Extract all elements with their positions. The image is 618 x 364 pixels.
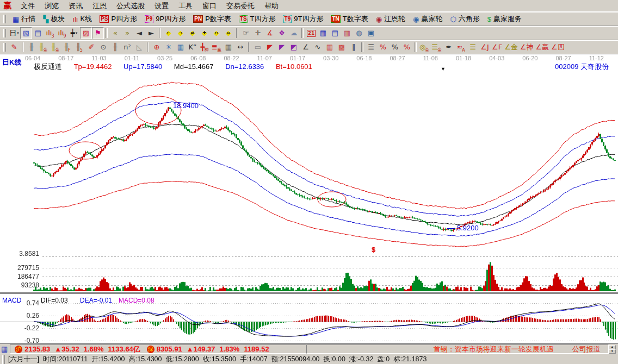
spiral-grid-button[interactable]: ╫5 [73,41,85,53]
percent-line-button[interactable]: % [401,41,413,53]
web-data-button[interactable]: ◍ [353,27,365,39]
volume-3-button[interactable]: ılı3 [44,27,56,39]
menu-tools[interactable]: 工具 [174,1,197,11]
trend-region-button[interactable]: ▧ [20,27,32,39]
menu-news[interactable]: 资讯 [64,1,88,11]
menu-help[interactable]: 帮助 [259,1,283,11]
compress-button[interactable]: ◆⇄ [187,27,199,39]
volume-9-button[interactable]: ılı9 [56,27,68,39]
red-boxgrid-button[interactable]: ▩ [336,41,348,53]
wave-tool-button[interactable]: ∿ [312,41,324,53]
zoom-left-button[interactable]: ◆← [163,27,175,39]
angle-gold-button[interactable]: ∠金 [503,41,519,53]
crosshair-button[interactable]: ✛ [252,27,264,39]
p-square-button[interactable]: PSP四方形 [96,13,140,25]
winner-wheel-button[interactable]: ◉赢家轮 [410,13,446,25]
toolbar-grip[interactable] [3,15,6,23]
nav-prev-button[interactable]: ◄ [133,27,145,39]
draw-pen-button[interactable]: ✎ [8,41,20,53]
price-ladder-button[interactable]: ☰ [365,41,377,53]
toolbar-grip[interactable] [3,43,6,52]
nav-last-button[interactable]: » [121,27,133,39]
shen-grid-button[interactable]: ╋神 [199,41,211,53]
angle-j-button[interactable]: ∠J [479,41,491,53]
info-panel-button[interactable]: ▤ [32,27,44,39]
percent-retrace-button[interactable]: % [377,41,389,53]
menu-gann[interactable]: 江恩 [88,1,112,11]
gold-grid1-button[interactable]: ╫金 [38,41,50,53]
angle-si-button[interactable]: ∠四 [550,41,566,53]
pen-grid-button[interactable]: ✐ [85,41,97,53]
ratio-pen-button[interactable]: ✒ [443,41,455,53]
news-headline[interactable]: 首钢：资本市场将迎来新一轮发展机遇 [434,344,554,354]
menu-formula-stockpick[interactable]: 公式选股 [112,1,150,11]
thin-candle-button[interactable]: ╪▾ [68,27,80,39]
t9-square-button[interactable]: T99T四方形 [280,13,327,25]
thought-button[interactable]: ☁ [288,27,300,39]
toolbar-grip[interactable] [3,29,6,37]
parallel-lines-button[interactable]: ∥ [348,41,360,53]
angle-ruler-button[interactable]: ◺ [133,41,145,53]
menu-settings[interactable]: 设置 [150,1,174,11]
sectors-button[interactable]: ▚板块 [40,13,68,25]
gann-tool-button[interactable]: ❖ [276,27,288,39]
stretch-button[interactable]: ◆⇔ [223,27,234,39]
menu-trade[interactable]: 交易委托 [221,1,259,11]
menu-window[interactable]: 窗口 [197,1,221,11]
gold-circle-button[interactable]: ◎金 [418,41,430,53]
angle-ying-button[interactable]: ∠赢 [534,41,550,53]
service-button[interactable]: $赢家服务 [484,13,525,25]
ying-grid-button[interactable]: ≣赢 [211,41,223,53]
indicator-flag-button[interactable]: ⚑ [92,27,104,39]
n2-grid-button[interactable]: n² [121,41,133,53]
p9-square-button[interactable]: P99P四方形 [141,13,189,25]
calculator-button[interactable]: ▦ [317,27,329,39]
t-square-button[interactable]: TST四方形 [236,13,279,25]
red-grid-button[interactable]: ▦ [324,41,336,53]
plain-grid-button[interactable]: ╫ [109,41,121,53]
calendar-button[interactable]: 21 [305,27,317,39]
nav-first-button[interactable]: « [109,27,121,39]
gann-box-fan-button[interactable]: ◩ [288,41,300,53]
kline-chart-canvas[interactable] [0,54,618,343]
fib-grid-button[interactable]: ╫F [61,41,73,53]
quotes-button[interactable]: ▦行情 [9,13,39,25]
kline-button[interactable]: ılıK线 [69,13,95,25]
gold-section-button[interactable]: ☰金 [430,41,443,53]
pattern-chart-button[interactable]: ▨ [80,27,92,39]
news-category[interactable]: 公司报道 [572,344,601,354]
hexagon-button[interactable]: ⬡六角形 [447,13,483,25]
quotes-table-icon[interactable]: ▦ [1,345,8,353]
zoom-right-button[interactable]: ◆→ [175,27,187,39]
news-scroll-down-button[interactable]: ▼ [609,349,616,354]
menu-browse[interactable]: 浏览 [40,1,64,11]
memo-button[interactable]: ▤ [329,27,341,39]
rect-select-button[interactable]: ▭ [252,41,264,53]
pan-4way-button[interactable]: ◆✚ [199,27,211,39]
wave-abc-button[interactable]: ≈A [455,41,467,53]
angle-shen-button[interactable]: ∠神 [519,41,535,53]
gann-wheel-button[interactable]: ◉江恩轮 [373,13,409,25]
cycle-grid-button[interactable]: ⊙ [97,41,109,53]
k-quote-button[interactable]: K” [187,41,199,53]
menu-file[interactable]: 文件 [16,1,40,11]
hand-tool-button[interactable]: ☞ [240,27,252,39]
remote-button[interactable]: ▣ [365,27,377,39]
gold-grid2-button[interactable]: ╫金 [50,41,61,53]
expand-button[interactable]: ◆↔ [211,27,223,39]
percent-tool-button[interactable]: % [389,41,401,53]
gold-lines-button[interactable]: ☰ [467,41,479,53]
angle-f-button[interactable]: ∠F [491,41,503,53]
p-number-button[interactable]: PNP数字表 [190,13,234,25]
kline-period-button[interactable]: 日▾ [8,27,20,39]
news-scroll-up-button[interactable]: ▲ [609,345,616,349]
star-grid-button[interactable]: ✳ [163,41,175,53]
save-button[interactable]: ▥ [341,27,353,39]
t-number-button[interactable]: TNT数字表 [327,13,371,25]
angle-measure-button[interactable]: ∡ [264,27,276,39]
trend-angle-button[interactable]: ∠ [300,41,312,53]
gann-fan2-button[interactable]: ◤ [276,41,288,53]
target-cross-button[interactable]: ⊕ [151,41,163,53]
gann-grid-button[interactable]: ╫ [26,41,38,53]
gann-fan-button[interactable]: ◤ [264,41,276,53]
